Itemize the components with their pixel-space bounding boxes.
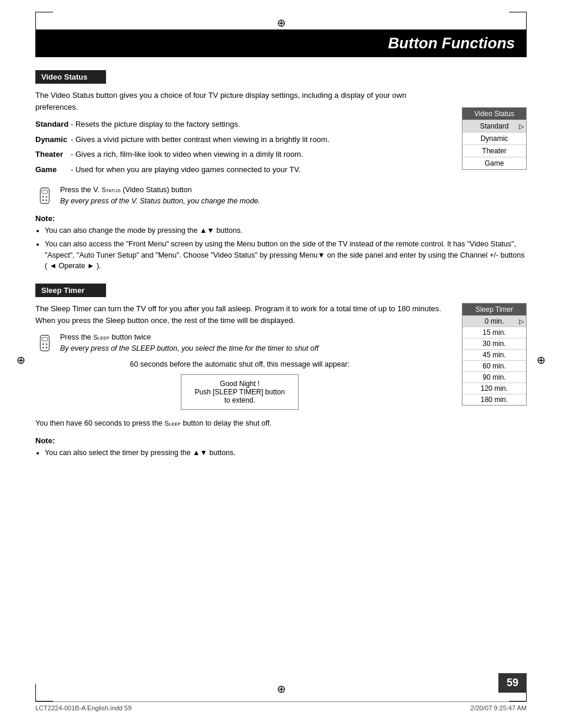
- menu-item-game: Game: [462, 157, 526, 169]
- menu-item-theater: Theater: [462, 144, 526, 157]
- video-status-remote-row: Press the V. Status (Video Status) butto…: [35, 185, 527, 207]
- sleep-note-label: Note:: [35, 436, 527, 445]
- sleep-menu-item-0min: 0 min. ▷: [462, 315, 526, 327]
- video-status-menu: Video Status Standard ▷ Dynamic Theater …: [462, 107, 527, 170]
- footer-left: LCT2224-001B-A English.indd 59: [35, 704, 131, 711]
- sleep-timer-section: Sleep Timer The Sleep Timer can turn the…: [35, 284, 527, 459]
- bullet-item: You can also access the "Front Menu" scr…: [45, 239, 527, 272]
- sleep-timer-header: Sleep Timer: [35, 284, 106, 297]
- sleep-menu-item-15min: 15 min.: [462, 327, 526, 338]
- sleep-menu-item-30min: 30 min.: [462, 338, 526, 349]
- video-status-bullets: You can also change the mode by pressing…: [35, 225, 527, 272]
- goodnight-box: Good Night ! Push [SLEEP TIMER] button t…: [181, 374, 299, 410]
- sleep-timer-intro: The Sleep Timer can turn the TV off for …: [35, 303, 444, 326]
- sleep-menu-item-180min: 180 min.: [462, 394, 526, 405]
- video-status-menu-header: Video Status: [462, 108, 526, 120]
- video-status-header: Video Status: [35, 70, 106, 84]
- page-title: Button Functions: [47, 34, 515, 52]
- svg-point-2: [42, 196, 44, 198]
- item-theater: Theater - Gives a rich, film-like look t…: [35, 149, 444, 160]
- video-status-instruction-text: Press the V. Status (Video Status) butto…: [60, 185, 260, 207]
- sleep-menu-item-45min: 45 min.: [462, 349, 526, 360]
- sleep-menu-item-90min: 90 min.: [462, 371, 526, 383]
- item-standard: Standard - Resets the picture display to…: [35, 118, 444, 130]
- video-status-intro: The Video Status button gives you a choi…: [35, 90, 444, 113]
- cursor-arrow-standard: ▷: [519, 123, 524, 130]
- sleep-menu-item-120min: 120 min.: [462, 383, 526, 394]
- item-game: Game - Used for when you are playing vid…: [35, 164, 444, 176]
- svg-point-11: [45, 347, 47, 348]
- sleep-timer-content: The Sleep Timer can turn the TV off for …: [35, 303, 527, 459]
- sleep-timer-remote-row: Press the Sleep button twice By every pr…: [35, 332, 444, 354]
- sleep-menu-item-60min: 60 min.: [462, 360, 526, 371]
- sleep-bullet-item: You can also select the timer by pressin…: [45, 447, 527, 459]
- bullet-item: You can also change the mode by pressing…: [45, 225, 527, 236]
- sleep-centered-note: 60 seconds before the automatic shut off…: [35, 360, 444, 368]
- svg-point-9: [45, 344, 47, 345]
- svg-point-3: [45, 196, 47, 198]
- footer-right: 2/20/07 9:25:47 AM: [471, 704, 527, 711]
- remote-icon-sleep: [35, 333, 54, 354]
- svg-point-5: [45, 199, 47, 201]
- page-title-bar: Button Functions: [35, 29, 527, 57]
- video-status-note-label: Note:: [35, 214, 527, 223]
- sleep-timer-instruction-text: Press the Sleep button twice By every pr…: [60, 332, 319, 354]
- svg-rect-1: [42, 190, 47, 194]
- sleep-timer-bullets: You can also select the timer by pressin…: [35, 447, 527, 459]
- svg-point-8: [42, 344, 44, 345]
- menu-item-standard: Standard ▷: [462, 120, 526, 132]
- cursor-arrow-0min: ▷: [519, 318, 524, 325]
- item-dynamic: Dynamic - Gives a vivid picture with bet…: [35, 134, 444, 146]
- sleep-delay-note: You then have 60 seconds to press the Sl…: [35, 418, 444, 429]
- menu-item-dynamic: Dynamic: [462, 132, 526, 144]
- remote-icon-video: [35, 186, 54, 207]
- video-status-section: Video Status The Video Status button giv…: [35, 70, 527, 272]
- page-footer: LCT2224-001B-A English.indd 59 2/20/07 9…: [35, 701, 527, 711]
- page-number: 59: [498, 673, 527, 693]
- svg-point-10: [42, 347, 44, 348]
- sleep-timer-menu-header: Sleep Timer: [462, 304, 526, 315]
- svg-rect-7: [42, 338, 47, 341]
- sleep-timer-menu: Sleep Timer 0 min. ▷ 15 min. 30 min. 45: [462, 303, 527, 406]
- svg-point-4: [42, 199, 44, 201]
